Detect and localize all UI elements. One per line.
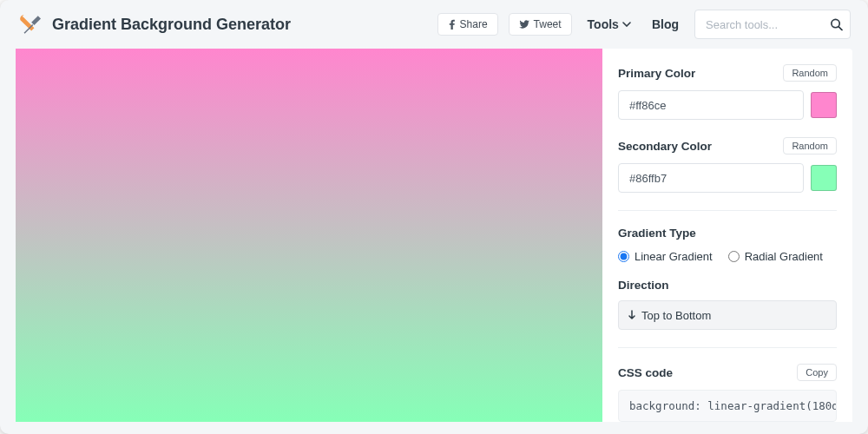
primary-color-input[interactable]: [618, 90, 804, 120]
search-icon: [830, 18, 843, 31]
header: Gradient Background Generator Share Twee…: [0, 0, 868, 49]
secondary-color-label: Secondary Color: [618, 140, 712, 153]
app-frame: Gradient Background Generator Share Twee…: [0, 0, 868, 434]
primary-color-label: Primary Color: [618, 67, 695, 80]
radio-linear-gradient[interactable]: Linear Gradient: [618, 250, 713, 263]
secondary-color-swatch[interactable]: [811, 165, 837, 191]
copy-button[interactable]: Copy: [797, 364, 837, 381]
direction-value: Top to Bottom: [641, 309, 711, 322]
nav-blog[interactable]: Blog: [647, 17, 684, 31]
nav-tools-label: Tools: [588, 17, 619, 31]
gradient-type-label: Gradient Type: [618, 227, 837, 240]
facebook-icon: [448, 19, 456, 30]
search-input[interactable]: [694, 10, 851, 39]
primary-random-button[interactable]: Random: [783, 64, 837, 82]
twitter-icon: [519, 20, 529, 29]
divider: [618, 210, 837, 211]
share-button-label: Share: [460, 18, 488, 30]
css-func: linear-gradient(180deg,: [707, 399, 837, 412]
direction-select[interactable]: Top to Bottom: [618, 300, 837, 330]
direction-label: Direction: [618, 279, 837, 292]
css-code-label: CSS code: [618, 366, 673, 379]
radio-radial-gradient[interactable]: Radial Gradient: [728, 250, 823, 263]
wrench-screwdriver-icon: [17, 12, 42, 36]
controls-sidebar: Primary Color Random Secondary Color Ran…: [602, 49, 852, 422]
page-title: Gradient Background Generator: [52, 16, 291, 34]
nav-blog-label: Blog: [652, 17, 679, 31]
secondary-color-input[interactable]: [618, 163, 804, 193]
gradient-preview: [16, 49, 602, 422]
share-button[interactable]: Share: [437, 13, 498, 36]
tweet-button-label: Tweet: [534, 18, 562, 30]
css-output[interactable]: background: linear-gradient(180deg, #ff8…: [618, 390, 837, 422]
arrow-down-icon: [628, 310, 636, 320]
css-prefix: background:: [629, 399, 707, 412]
tweet-button[interactable]: Tweet: [509, 13, 572, 36]
primary-color-swatch[interactable]: [811, 92, 837, 118]
nav-tools[interactable]: Tools: [582, 17, 636, 31]
search-wrap: [694, 10, 851, 39]
radio-radial-input[interactable]: [728, 251, 740, 262]
gradient-box: [16, 49, 602, 422]
radio-linear-input[interactable]: [618, 251, 629, 262]
chevron-down-icon: [622, 22, 631, 27]
radio-radial-label: Radial Gradient: [745, 250, 823, 263]
secondary-random-button[interactable]: Random: [783, 137, 837, 155]
divider: [618, 347, 837, 348]
radio-linear-label: Linear Gradient: [635, 250, 713, 263]
body: Primary Color Random Secondary Color Ran…: [16, 49, 852, 422]
